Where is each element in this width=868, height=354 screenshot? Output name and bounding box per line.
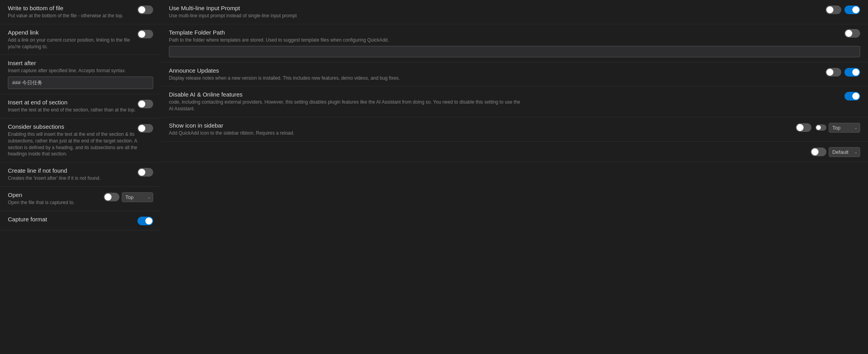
setting-write-to-bottom-title: Write to bottom of file bbox=[8, 5, 137, 11]
setting-show-icon-2-control: Default Top Bottom bbox=[811, 146, 860, 157]
setting-show-icon-title: Show icon in sidebar bbox=[169, 122, 796, 129]
setting-insert-after: Insert after Insert capture after specif… bbox=[0, 55, 161, 94]
toggle-show-icon-2[interactable] bbox=[811, 148, 826, 156]
setting-show-icon: Show icon in sidebar Add QuickAdd icon t… bbox=[161, 117, 868, 142]
setting-disable-ai-control bbox=[844, 91, 860, 100]
toggle-disable-ai[interactable] bbox=[844, 92, 860, 100]
setting-insert-end-desc: Insert the text at the end of the sectio… bbox=[8, 107, 137, 113]
show-icon-dropdown-wrapper: Top Bottom bbox=[829, 123, 860, 133]
setting-capture-format-title: Capture format bbox=[8, 216, 137, 223]
left-settings-panel: Write to bottom of file Put value at the… bbox=[0, 0, 161, 354]
toggle-multiline[interactable] bbox=[844, 5, 860, 14]
setting-announce-control bbox=[826, 67, 860, 77]
setting-write-to-bottom-text: Write to bottom of file Put value at the… bbox=[8, 5, 137, 19]
setting-template-title: Template Folder Path bbox=[169, 29, 844, 36]
setting-create-line-control bbox=[137, 167, 153, 177]
setting-append-link-text: Append link Add a link on your current c… bbox=[8, 29, 137, 50]
setting-subsections-desc: Enabling this will insert the text at th… bbox=[8, 131, 137, 157]
toggle-write-to-bottom[interactable] bbox=[137, 5, 153, 14]
show-icon-2-dropdown-wrapper: Default Top Bottom bbox=[829, 147, 860, 157]
right-settings-panel: Use Multi-line Input Prompt Use multi-li… bbox=[161, 0, 868, 354]
setting-open-desc: Open the file that is captured to. bbox=[8, 199, 104, 206]
open-dropdown-wrapper: Top Bottom bbox=[122, 192, 153, 202]
setting-announce-title: Announce Updates bbox=[169, 67, 826, 74]
setting-insert-end-control bbox=[137, 99, 153, 108]
show-icon-dropdown[interactable]: Top Bottom bbox=[829, 123, 860, 133]
setting-disable-ai-title: Disable AI & Online features bbox=[169, 91, 844, 98]
setting-insert-end-title: Insert at end of section bbox=[8, 99, 137, 106]
setting-insert-end-text: Insert at end of section Insert the text… bbox=[8, 99, 137, 113]
setting-announce: Announce Updates Display release notes w… bbox=[161, 62, 868, 87]
setting-insert-after-title: Insert after bbox=[8, 60, 153, 66]
setting-show-icon-2: Default Top Bottom bbox=[161, 142, 868, 162]
setting-write-to-bottom: Write to bottom of file Put value at the… bbox=[0, 0, 161, 24]
setting-capture-format-text: Capture format bbox=[8, 216, 137, 224]
setting-capture-format: Capture format bbox=[0, 211, 161, 230]
setting-disable-ai-desc: code, including contacting external prov… bbox=[169, 99, 522, 112]
setting-capture-format-control bbox=[137, 216, 153, 225]
setting-append-link: Append link Add a link on your current c… bbox=[0, 24, 161, 55]
insert-after-value: ### 今日任务 bbox=[12, 80, 42, 86]
setting-create-line-text: Create line if not found Creates the 'in… bbox=[8, 167, 137, 182]
setting-multiline-control bbox=[826, 5, 860, 14]
template-folder-control bbox=[844, 29, 860, 38]
setting-multiline-desc: Use multi-line input prompt instead of s… bbox=[169, 13, 826, 19]
toggle-announce[interactable] bbox=[844, 68, 860, 77]
toggle-open[interactable] bbox=[104, 193, 119, 201]
toggle-multiline-partial[interactable] bbox=[826, 5, 841, 14]
setting-insert-after-text: Insert after Insert capture after specif… bbox=[8, 60, 153, 74]
setting-show-icon-control: Top Bottom bbox=[796, 122, 860, 133]
setting-template-folder: Template Folder Path Path to the folder … bbox=[161, 24, 868, 62]
setting-insert-end: Insert at end of section Insert the text… bbox=[0, 94, 161, 119]
setting-write-to-bottom-control bbox=[137, 5, 153, 14]
setting-multiline: Use Multi-line Input Prompt Use multi-li… bbox=[161, 0, 868, 24]
setting-create-line-desc: Creates the 'insert after' line if it is… bbox=[8, 175, 137, 182]
toggle-template-folder[interactable] bbox=[844, 29, 860, 38]
setting-template-desc: Path to the folder where templates are s… bbox=[169, 37, 844, 44]
setting-show-icon-text: Show icon in sidebar Add QuickAdd icon t… bbox=[169, 122, 796, 137]
setting-announce-desc: Display release notes when a new version… bbox=[169, 75, 826, 82]
template-folder-row: Template Folder Path Path to the folder … bbox=[169, 29, 860, 44]
setting-disable-ai: Disable AI & Online features code, inclu… bbox=[161, 86, 868, 117]
template-folder-input[interactable] bbox=[169, 46, 860, 57]
setting-subsections-control bbox=[137, 123, 153, 133]
setting-write-to-bottom-desc: Put value at the bottom of the file - ot… bbox=[8, 13, 137, 19]
show-icon-2-dropdown[interactable]: Default Top Bottom bbox=[829, 147, 860, 157]
setting-create-line: Create line if not found Creates the 'in… bbox=[0, 162, 161, 187]
setting-subsections-title: Consider subsections bbox=[8, 123, 137, 130]
toggle-subsections[interactable] bbox=[137, 124, 153, 133]
toggle-append-link[interactable] bbox=[137, 30, 153, 38]
setting-disable-ai-text: Disable AI & Online features code, inclu… bbox=[169, 91, 844, 112]
toggle-show-icon[interactable] bbox=[796, 123, 811, 132]
setting-open: Open Open the file that is captured to. … bbox=[0, 187, 161, 211]
setting-create-line-title: Create line if not found bbox=[8, 167, 137, 174]
toggle-insert-end[interactable] bbox=[137, 100, 153, 108]
toggle-show-icon-small[interactable] bbox=[815, 124, 826, 131]
setting-subsections-text: Consider subsections Enabling this will … bbox=[8, 123, 137, 157]
setting-multiline-text: Use Multi-line Input Prompt Use multi-li… bbox=[169, 5, 826, 19]
toggle-capture-format[interactable] bbox=[137, 217, 153, 225]
toggle-create-line[interactable] bbox=[137, 168, 153, 177]
insert-after-input[interactable]: ### 今日任务 bbox=[8, 77, 153, 89]
setting-append-link-desc: Add a link on your current cursor positi… bbox=[8, 37, 137, 50]
setting-insert-after-desc: Insert capture after specified line. Acc… bbox=[8, 68, 153, 74]
setting-open-title: Open bbox=[8, 192, 104, 198]
setting-append-link-title: Append link bbox=[8, 29, 137, 36]
setting-insert-after-row: Insert after Insert capture after specif… bbox=[8, 60, 153, 74]
setting-announce-text: Announce Updates Display release notes w… bbox=[169, 67, 826, 82]
toggle-announce-partial[interactable] bbox=[826, 68, 841, 77]
setting-open-text: Open Open the file that is captured to. bbox=[8, 192, 104, 206]
setting-show-icon-desc: Add QuickAdd icon to the sidebar ribbon.… bbox=[169, 130, 796, 137]
setting-subsections: Consider subsections Enabling this will … bbox=[0, 119, 161, 162]
setting-open-control: Top Bottom bbox=[104, 192, 153, 202]
setting-append-link-control bbox=[137, 29, 153, 38]
setting-multiline-title: Use Multi-line Input Prompt bbox=[169, 5, 826, 11]
open-dropdown[interactable]: Top Bottom bbox=[122, 192, 153, 202]
setting-template-text: Template Folder Path Path to the folder … bbox=[169, 29, 844, 44]
